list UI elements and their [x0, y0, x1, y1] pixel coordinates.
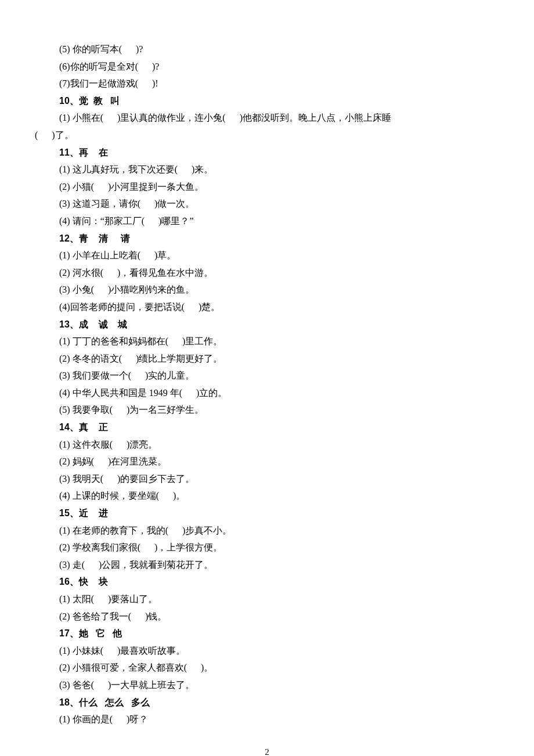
document-page: (5) 你的听写本( )?(6)你的听写是全对( )?(7)我们一起做游戏( )…: [0, 0, 534, 756]
question-line: (1) 小妹妹( )最喜欢听故事。: [35, 642, 499, 660]
question-line: (1) 这件衣服( )漂亮。: [35, 436, 499, 453]
question-line: (1) 小羊在山上吃着( )草。: [35, 247, 499, 264]
question-line: (3) 走( )公园，我就看到菊花开了。: [35, 556, 499, 574]
question-line: (4)回答老师的提问，要把话说( )楚。: [35, 298, 499, 316]
question-line: (2) 小猫( )小河里捉到一条大鱼。: [35, 178, 499, 196]
question-line: ( )了。: [35, 127, 499, 144]
question-line: (6)你的听写是全对( )?: [35, 58, 499, 75]
question-heading: 16、快 块: [35, 573, 499, 591]
question-line: (1) 这儿真好玩，我下次还要( )来。: [35, 161, 499, 178]
question-heading: 13、成 诚 城: [35, 316, 499, 333]
question-line: (1) 在老师的教育下，我的( )步真不小。: [35, 522, 499, 539]
question-heading: 14、真 正: [35, 419, 499, 436]
question-line: (1) 丁丁的爸爸和妈妈都在( )里工作。: [35, 333, 499, 350]
question-line: (3) 这道习题，请你( )做一次。: [35, 195, 499, 213]
question-line: (1) 小熊在( )里认真的做作业，连小兔( )他都没听到。晚上八点，小熊上床睡: [35, 109, 499, 127]
question-line: (3) 小兔( )小猫吃刚钓来的鱼。: [35, 281, 499, 298]
question-heading: 11、再 在: [35, 144, 499, 161]
question-heading: 12、青 清 请: [35, 230, 499, 247]
question-line: (3) 我明天( )的要回乡下去了。: [35, 470, 499, 488]
question-line: (2) 妈妈( )在河里洗菜。: [35, 453, 499, 470]
question-heading: 17、她 它 他: [35, 625, 499, 642]
question-line: (4) 上课的时候，要坐端( )。: [35, 487, 499, 505]
page-number: 2: [35, 744, 499, 756]
question-line: (2) 爸爸给了我一( )钱。: [35, 608, 499, 625]
question-line: (2) 冬冬的语文( )绩比上学期更好了。: [35, 350, 499, 368]
document-body: (5) 你的听写本( )?(6)你的听写是全对( )?(7)我们一起做游戏( )…: [35, 41, 499, 728]
question-line: (3) 我们要做一个( )实的儿童。: [35, 367, 499, 384]
question-line: (2) 学校离我们家很( )，上学很方便。: [35, 539, 499, 556]
question-line: (4) 请问：“那家工厂( )哪里？”: [35, 213, 499, 230]
question-line: (1) 你画的是( )呀？: [35, 711, 499, 728]
question-heading: 10、觉 教 叫: [35, 92, 499, 110]
question-line: (5) 你的听写本( )?: [35, 41, 499, 58]
question-line: (2) 河水很( )，看得见鱼在水中游。: [35, 264, 499, 282]
question-line: (2) 小猫很可爱，全家人都喜欢( )。: [35, 659, 499, 676]
question-line: (4) 中华人民共和国是 1949 年( )立的。: [35, 384, 499, 402]
question-line: (7)我们一起做游戏( )!: [35, 75, 499, 92]
question-line: (5) 我要争取( )为一名三好学生。: [35, 401, 499, 419]
question-line: (1) 太阳( )要落山了。: [35, 591, 499, 608]
question-heading: 18、什么 怎么 多么: [35, 694, 499, 711]
question-heading: 15、近 进: [35, 505, 499, 522]
question-line: (3) 爸爸( )一大早就上班去了。: [35, 676, 499, 694]
